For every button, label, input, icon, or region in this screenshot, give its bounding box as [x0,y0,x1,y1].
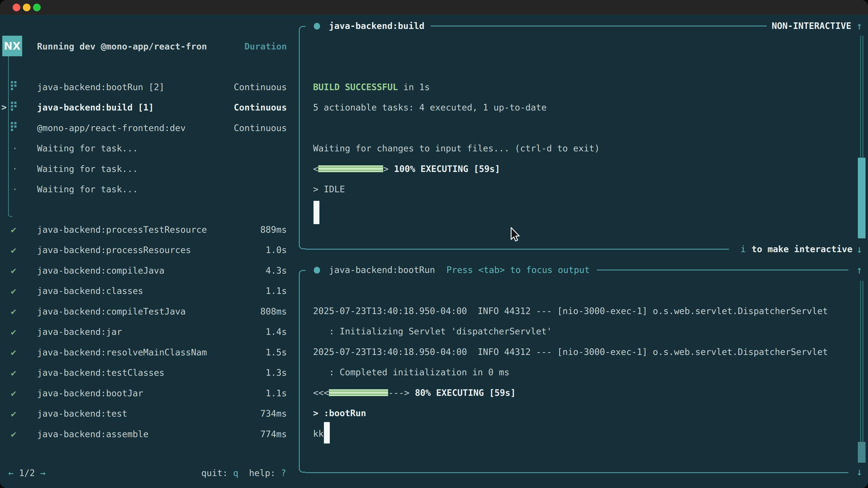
build-scroll-up-icon[interactable]: ↑ [856,20,863,32]
build-scrollbar-thumb[interactable] [858,158,866,238]
task-label: Waiting for task... [37,143,138,153]
bootrun-progress-bar: <<<--->80% EXECUTING [59s] [313,383,856,403]
progress-left-cap: <<< [313,388,329,398]
bootrun-panel-title: java-backend:bootRun [329,264,435,276]
task-status-icon [11,102,13,104]
task-label: Waiting for task... [37,184,138,194]
bootrun-panel-footer-rule [306,472,848,473]
close-window-icon[interactable] [13,4,20,11]
interactive-key: i [741,244,746,254]
task-row[interactable]: @mono-app/react-frontend:dev Continuous [0,118,294,138]
build-panel-output: BUILD SUCCESSFUL in 1s 5 actionable task… [313,77,856,199]
log-text: 2025-07-23T13:40:18.950-04:00 INFO 44312… [313,347,828,357]
progress-fill [329,389,388,396]
log-line: : Initializing Servlet 'dispatcherServle… [313,321,856,342]
log-text: 2025-07-23T13:40:18.950-04:00 INFO 44312… [313,306,828,316]
progress-fill [318,165,383,172]
task-row[interactable]: ✔ java-backend:test 734ms [0,403,294,424]
bootrun-scroll-up-icon[interactable]: ↑ [856,264,863,276]
task-status-icon [11,122,13,124]
task-row[interactable]: ✔ java-backend:testClasses 1.3s [0,363,294,383]
task-duration: 808ms [260,306,287,317]
task-duration: 4.3s [266,265,287,275]
build-scroll-down-icon[interactable]: ↓ [856,243,863,255]
task-duration: 1.1s [266,388,287,398]
bootrun-scrollbar-track [863,281,863,442]
task-row[interactable]: java-backend:bootRun [2] Continuous [0,77,294,97]
hint-space3 [276,468,281,478]
task-status-icon: ✔ [11,246,16,255]
active-task-list: java-backend:bootRun [2] Continuous java… [0,77,294,199]
task-status-icon: · [12,164,18,173]
task-status-icon: ✔ [11,429,16,438]
log-text: : Completed initialization in 0 ms [313,367,509,377]
quit-key: q [233,468,238,478]
bootrun-scrollbar-thumb[interactable] [858,442,866,463]
progress-label: 80% EXECUTING [59s] [415,388,516,398]
task-list-title: Running dev @mono-app/react-fron [37,41,207,53]
build-successful-text: BUILD SUCCESSFUL [313,82,398,92]
task-row[interactable]: java-backend:build [1] Continuous [0,97,294,118]
zoom-window-icon[interactable] [33,4,41,11]
task-row[interactable]: ✔ java-backend:processResources 1.0s [0,240,294,260]
waiting-for-changes-text: Waiting for changes to input files... (c… [313,143,600,153]
focus-output-hint: Press <tab> to focus output [446,264,590,276]
task-status-icon: ✔ [11,266,16,275]
page-next-icon[interactable]: → [40,468,45,478]
terminal-cursor [324,422,330,444]
log-line: 2025-07-23T13:40:18.950-04:00 INFO 44312… [313,301,856,321]
task-row[interactable]: ✔ java-backend:compileJava 4.3s [0,260,294,281]
quit-hint-label: quit: [201,468,228,478]
progress-right-cap: > [383,164,388,174]
task-label: java-backend:compileJava [37,265,164,275]
task-duration: Continuous [234,123,287,133]
bootrun-task-line: > :bootRun [313,403,856,424]
pager: ← 1/2 → [8,467,45,479]
task-status-icon: ✔ [11,327,16,336]
task-status-icon: ✔ [11,368,16,377]
task-duration: 1.0s [266,245,287,255]
task-row[interactable]: ✔ java-backend:compileTestJava 808ms [0,301,294,322]
build-panel-border [299,26,306,249]
screenshot: NX Running dev @mono-app/react-fron Dura… [0,0,868,488]
task-dot-icon [314,267,320,273]
hint-space2 [239,468,249,478]
task-row[interactable]: ✔ java-backend:classes 1.1s [0,281,294,301]
page-prev-icon[interactable]: ← [8,468,13,478]
task-label: java-backend:assemble [37,429,149,439]
task-dot-icon [314,23,320,30]
task-row[interactable]: ✔ java-backend:jar 1.4s [0,322,294,342]
task-row[interactable]: ✔ java-backend:assemble 774ms [0,424,294,445]
task-row[interactable]: · Waiting for task... [0,138,294,159]
idle-text: > IDLE [313,184,345,194]
nx-logo: NX [2,36,22,56]
task-label: java-backend:processTestResource [37,225,207,235]
task-label: java-backend:resolveMainClassNam [37,347,207,357]
non-interactive-badge: NON-INTERACTIVE [772,20,851,32]
task-row[interactable]: ✔ java-backend:processTestResource 889ms [0,219,294,240]
bootrun-scrollbar-track [860,281,861,442]
task-status-icon: ✔ [11,389,16,398]
task-row[interactable]: · Waiting for task... [0,179,294,200]
help-key: ? [281,468,286,478]
task-label: java-backend:jar [37,327,122,337]
interactive-hint-text: to make interactive [752,243,852,255]
task-duration: 1.1s [266,286,287,296]
key-hints: quit: q help: ? [201,467,286,479]
task-label: java-backend:testClasses [37,367,164,378]
task-status-icon: ✔ [11,348,16,357]
task-row[interactable]: · Waiting for task... [0,159,294,179]
bootrun-panel-border [299,270,306,473]
task-status-icon: · [12,185,18,194]
task-row[interactable]: ✔ java-backend:bootJar 1.1s [0,383,294,403]
minimize-window-icon[interactable] [23,4,31,11]
task-duration: Continuous [234,102,287,112]
task-status-icon: · [12,144,18,153]
task-label: java-backend:build [1] [37,102,154,112]
bootrun-scroll-down-icon[interactable]: ↓ [856,466,863,478]
build-panel-footer-rule [306,249,729,250]
hint-space1 [228,468,233,478]
bootrun-task-text: > :bootRun [313,408,366,418]
task-row[interactable]: ✔ java-backend:resolveMainClassNam 1.5s [0,342,294,363]
task-duration: 734ms [260,409,287,419]
